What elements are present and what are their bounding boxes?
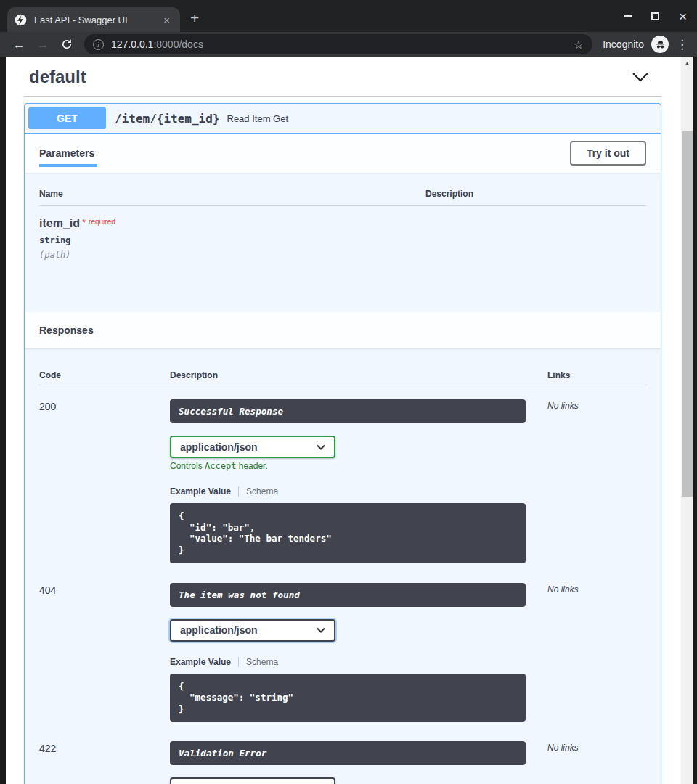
response-code: 422 (39, 741, 170, 784)
section-divider (24, 96, 661, 97)
swagger-ui: default GET /item/{item_id} Read Item Ge… (6, 65, 681, 784)
fastapi-favicon-icon (15, 14, 27, 26)
try-it-out-button[interactable]: Try it out (570, 141, 646, 166)
url-text: 127.0.0.1:8000/docs (111, 38, 203, 50)
response-row-422: 422 Validation Error application/json (39, 730, 646, 784)
parameter-location: (path) (39, 250, 425, 260)
response-description: Successful Response (170, 399, 526, 423)
response-code: 404 (39, 583, 170, 722)
window-frame: default GET /item/{item_id} Read Item Ge… (0, 57, 697, 784)
responses-table-head: Code Description Links (39, 370, 646, 388)
responses-header: Responses (25, 312, 661, 348)
tab-example-value[interactable]: Example Value (170, 486, 231, 497)
operation-summary[interactable]: GET /item/{item_id} Read Item Get (25, 104, 661, 134)
browser-toolbar: ← → i 127.0.0.1:8000/docs ☆ Incognito ⋮ (0, 32, 697, 57)
browser-window: Fast API - Swagger UI × + × ← → i 127.0.… (0, 0, 697, 784)
controls-accept-note: Controls Accept header. (170, 461, 547, 471)
controls-code: Accept (205, 461, 236, 471)
col-name: Name (39, 189, 425, 199)
media-type-value: application/json (180, 441, 317, 453)
forward-icon[interactable]: → (31, 38, 55, 51)
url-host: 127.0.0.1 (111, 38, 153, 50)
responses-title: Responses (39, 324, 94, 336)
media-type-select[interactable]: application/json (170, 619, 335, 642)
response-description-cell: The item was not found application/json … (170, 583, 547, 722)
response-links: No links (547, 399, 646, 563)
page-viewport: default GET /item/{item_id} Read Item Ge… (6, 57, 681, 784)
site-info-icon[interactable]: i (93, 39, 104, 50)
address-bar[interactable]: i 127.0.0.1:8000/docs ☆ (84, 34, 592, 54)
incognito-icon (651, 36, 669, 53)
tab-close-icon[interactable]: × (160, 13, 173, 27)
tab-parameters[interactable]: Parameters (39, 147, 94, 159)
response-links: No links (547, 583, 646, 722)
col-links: Links (547, 370, 646, 380)
required-star: * (82, 217, 86, 228)
example-schema-tabs: Example Value Schema (170, 486, 547, 497)
col-description: Description (170, 370, 547, 380)
new-tab-icon[interactable]: + (190, 10, 199, 25)
scrollbar-thumb[interactable] (682, 131, 693, 497)
maximize-icon[interactable] (651, 12, 659, 20)
parameter-name-cell: item_id*required string (path) (39, 217, 425, 260)
col-code: Code (39, 370, 170, 380)
browser-tab[interactable]: Fast API - Swagger UI × (7, 7, 180, 32)
example-schema-tabs: Example Value Schema (170, 657, 547, 667)
back-icon[interactable]: ← (7, 38, 31, 51)
collapse-chevron-icon[interactable] (629, 69, 652, 85)
menu-icon[interactable]: ⋮ (676, 37, 688, 52)
response-description-cell: Validation Error application/json Exampl… (170, 741, 547, 784)
reload-icon[interactable] (55, 38, 78, 50)
bookmark-star-icon[interactable]: ☆ (574, 38, 584, 52)
example-json: { "message": "string" } (179, 681, 517, 715)
example-json-box: { "id": "bar", "value": "The bar tenders… (170, 503, 526, 563)
response-row-200: 200 Successful Response application/json… (39, 388, 646, 563)
parameter-description-cell (425, 217, 646, 260)
chevron-down-icon (317, 444, 325, 450)
response-description: The item was not found (170, 583, 526, 607)
tag-title: default (29, 67, 629, 87)
controls-suffix: header. (236, 461, 267, 471)
http-method-badge: GET (28, 107, 106, 129)
tab-schema[interactable]: Schema (238, 486, 278, 497)
operation-path: /item/{item_id} (106, 112, 227, 126)
window-controls: × (624, 0, 687, 32)
parameters-header: Parameters Try it out (25, 134, 661, 173)
url-path: :8000/docs (153, 38, 203, 50)
parameter-type: string (39, 235, 425, 245)
response-description: Validation Error (170, 741, 526, 765)
tab-example-value[interactable]: Example Value (170, 657, 231, 667)
response-description-cell: Successful Response application/json Con… (170, 399, 547, 563)
response-row-404: 404 The item was not found application/j… (39, 572, 646, 722)
operation-summary-text: Read Item Get (227, 113, 289, 124)
operation-block: GET /item/{item_id} Read Item Get Parame… (24, 103, 661, 784)
media-type-select[interactable]: application/json (170, 777, 335, 784)
response-links: No links (547, 741, 646, 784)
parameter-row: item_id*required string (path) (39, 206, 646, 312)
scroll-up-icon[interactable]: ▲ (681, 57, 693, 68)
col-description: Description (425, 189, 646, 199)
tab-schema[interactable]: Schema (238, 657, 278, 667)
media-type-value: application/json (180, 624, 317, 636)
response-code: 200 (39, 399, 170, 563)
tag-section-header[interactable]: default (29, 65, 662, 89)
controls-prefix: Controls (170, 461, 205, 471)
incognito-label: Incognito (603, 38, 644, 50)
responses-table: Code Description Links 200 Successful Re… (25, 348, 661, 784)
parameters-table: Name Description item_id*required string… (25, 173, 661, 312)
required-label: required (89, 218, 115, 226)
chevron-down-icon (317, 627, 325, 633)
close-window-icon[interactable]: × (679, 9, 687, 23)
tab-title: Fast API - Swagger UI (34, 15, 160, 25)
example-json-box: { "message": "string" } (170, 674, 526, 722)
scrollbar[interactable]: ▲ ▼ (681, 57, 693, 784)
media-type-select[interactable]: application/json (170, 436, 335, 458)
titlebar: Fast API - Swagger UI × + × (0, 0, 697, 32)
parameters-table-head: Name Description (39, 189, 646, 206)
parameter-name: item_id (39, 217, 80, 229)
minimize-icon[interactable] (624, 15, 632, 17)
example-json: { "id": "bar", "value": "The bar tenders… (179, 510, 517, 556)
